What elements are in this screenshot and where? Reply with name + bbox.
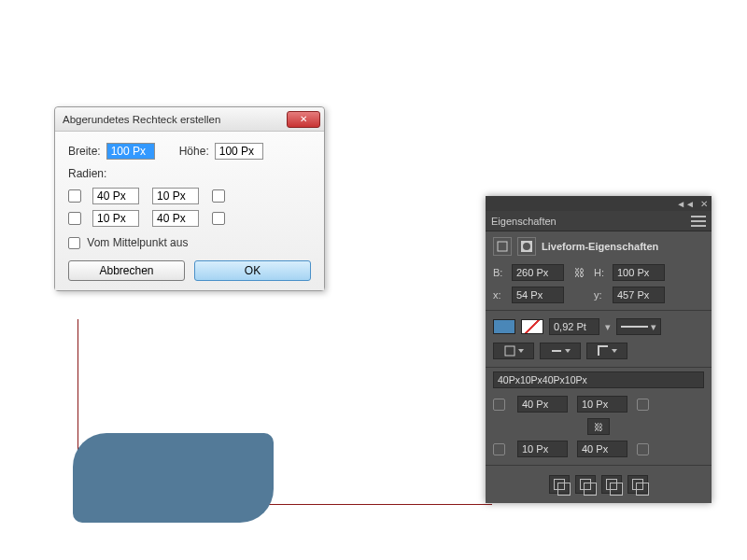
liveform-bounds-icon[interactable] bbox=[493, 237, 512, 256]
cancel-button[interactable]: Abbrechen bbox=[68, 260, 185, 281]
link-radii-icon[interactable]: ⛓ bbox=[587, 418, 610, 435]
height-label: Höhe: bbox=[179, 145, 209, 158]
create-rounded-rect-dialog: Abgerundetes Rechteck erstellen ✕ Breite… bbox=[54, 106, 325, 291]
x-label: x: bbox=[493, 289, 506, 301]
h-input[interactable] bbox=[613, 264, 665, 281]
stroke-caps-dropdown[interactable] bbox=[540, 343, 581, 359]
radii-grid bbox=[68, 188, 311, 227]
width-input[interactable] bbox=[106, 143, 155, 160]
radii-label: Radien: bbox=[68, 167, 311, 180]
ok-button[interactable]: OK bbox=[194, 260, 311, 281]
link-wh-icon[interactable]: ⛓ bbox=[570, 267, 588, 278]
panel-tabbar: Eigenschaften bbox=[486, 211, 712, 231]
radius-bl-input[interactable] bbox=[92, 210, 139, 227]
tab-properties[interactable]: Eigenschaften bbox=[491, 216, 557, 227]
annotation-line-horizontal bbox=[254, 504, 492, 505]
close-button[interactable]: ✕ bbox=[287, 111, 320, 128]
path-subtract-button[interactable] bbox=[575, 475, 596, 494]
panel-collapse-icon[interactable]: ◄◄ bbox=[676, 199, 695, 209]
panel-radii-grid bbox=[486, 392, 712, 416]
prad-tr-input[interactable] bbox=[577, 396, 627, 413]
dialog-title: Abgerundetes Rechteck erstellen bbox=[63, 114, 287, 125]
radii-summary-input[interactable]: 40Px10Px40Px10Px bbox=[493, 371, 704, 388]
radius-br-checkbox[interactable] bbox=[212, 212, 225, 225]
prad-tl-input[interactable] bbox=[517, 396, 568, 413]
radius-bl-checkbox[interactable] bbox=[68, 212, 81, 225]
radius-tr-input[interactable] bbox=[152, 188, 199, 204]
radius-br-input[interactable] bbox=[152, 210, 199, 227]
x-input[interactable] bbox=[512, 287, 564, 303]
stroke-align-dropdown[interactable] bbox=[493, 343, 534, 359]
b-label: B: bbox=[493, 267, 506, 278]
prad-bl-checkbox[interactable] bbox=[493, 443, 505, 455]
panel-heading: Liveform-Eigenschaften bbox=[542, 241, 658, 252]
svg-rect-3 bbox=[505, 346, 514, 356]
y-input[interactable] bbox=[613, 287, 665, 303]
stroke-style-dropdown[interactable]: ▾ bbox=[616, 318, 661, 335]
path-intersect-button[interactable] bbox=[601, 475, 622, 494]
prad-tl-checkbox[interactable] bbox=[493, 399, 505, 411]
radius-tl-checkbox[interactable] bbox=[68, 189, 81, 203]
svg-rect-0 bbox=[498, 242, 507, 251]
radius-tl-input[interactable] bbox=[92, 188, 139, 204]
stroke-width-input[interactable] bbox=[549, 318, 599, 335]
panel-menu-icon[interactable] bbox=[691, 216, 706, 227]
b-input[interactable] bbox=[512, 264, 564, 281]
properties-panel: ◄◄ ✕ Eigenschaften Liveform-Eigenschafte… bbox=[486, 196, 712, 503]
pathfinder-row bbox=[486, 469, 712, 503]
h-label: H: bbox=[594, 267, 607, 278]
from-midpoint-label: Vom Mittelpunkt aus bbox=[87, 236, 188, 249]
panel-close-icon[interactable]: ✕ bbox=[700, 199, 708, 209]
height-input[interactable] bbox=[215, 143, 263, 160]
svg-point-2 bbox=[523, 243, 530, 250]
dialog-body: Breite: Höhe: Radien: Vom Mittelpunkt au… bbox=[55, 132, 324, 290]
y-label: y: bbox=[594, 289, 607, 301]
rounded-rect-shape[interactable] bbox=[73, 433, 274, 523]
from-midpoint-checkbox[interactable] bbox=[68, 237, 80, 249]
width-label: Breite: bbox=[68, 145, 101, 158]
prad-br-checkbox[interactable] bbox=[637, 443, 649, 455]
prad-tr-checkbox[interactable] bbox=[637, 399, 649, 411]
stroke-corners-dropdown[interactable] bbox=[586, 343, 627, 359]
fill-swatch[interactable] bbox=[493, 319, 515, 334]
radius-tr-checkbox[interactable] bbox=[212, 189, 225, 203]
from-midpoint-row: Vom Mittelpunkt aus bbox=[68, 236, 311, 249]
liveform-mask-icon[interactable] bbox=[517, 237, 536, 256]
panel-top-controls: ◄◄ ✕ bbox=[486, 196, 712, 211]
path-unite-button[interactable] bbox=[549, 475, 570, 494]
dialog-titlebar[interactable]: Abgerundetes Rechteck erstellen ✕ bbox=[55, 107, 324, 132]
stroke-width-dropdown-icon[interactable]: ▾ bbox=[605, 321, 611, 333]
prad-br-input[interactable] bbox=[577, 441, 627, 457]
stroke-swatch[interactable] bbox=[521, 319, 543, 334]
prad-bl-input[interactable] bbox=[517, 441, 568, 457]
path-exclude-button[interactable] bbox=[627, 475, 648, 494]
panel-heading-row: Liveform-Eigenschaften bbox=[486, 231, 712, 261]
close-icon: ✕ bbox=[300, 114, 307, 124]
